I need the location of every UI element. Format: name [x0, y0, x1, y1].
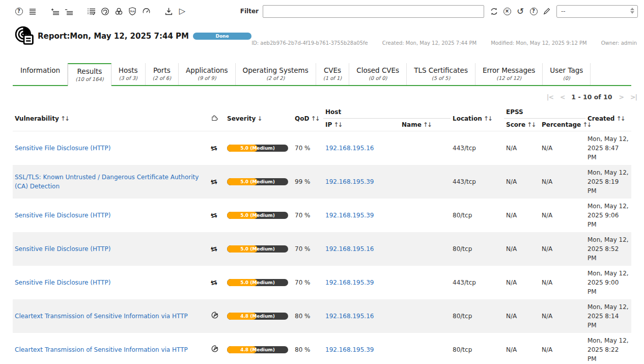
severity-cell: 4.8 (Medium): [225, 333, 293, 364]
location-cell: 443/tcp: [451, 165, 504, 199]
corresponding-vulnerabilities-icon[interactable]: [100, 7, 109, 16]
epss-percentage-cell: N/A: [540, 165, 585, 199]
severity-label: 5.0 (Medium): [227, 245, 288, 253]
vulnerability-link[interactable]: Cleartext Transmission of Sensitive Info…: [15, 346, 188, 353]
qod-cell: 80 %: [293, 333, 323, 364]
tab-hosts[interactable]: Hosts (3 of 3): [111, 63, 146, 86]
trigger-alert-icon[interactable]: ▷: [178, 7, 187, 16]
filter-input[interactable]: [263, 5, 484, 18]
header-epss-score[interactable]: Score↑↓: [504, 119, 540, 131]
severity-label: 5.0 (Medium): [227, 145, 288, 152]
header-vulnerability[interactable]: Vulnerability↑↓: [13, 106, 209, 131]
cves-biohazard-icon[interactable]: [114, 7, 123, 16]
header-host-name[interactable]: Name↑↓: [400, 119, 451, 131]
epss-score-cell: N/A: [504, 266, 540, 299]
tabs: Information Results (10 of 164) Hosts (3…: [13, 63, 631, 86]
download-report-icon[interactable]: [164, 7, 173, 16]
severity-cell: 5.0 (Medium): [225, 165, 293, 199]
header-epss-percentage[interactable]: Percentage↑↓: [540, 119, 585, 131]
add-to-assets-icon[interactable]: [50, 7, 60, 16]
vulnerability-cell: Sensitive File Disclosure (HTTP): [13, 232, 209, 266]
header-qod[interactable]: QoD↑↓: [293, 106, 323, 131]
delete-filter-icon[interactable]: ×: [502, 7, 512, 16]
edit-filter-icon[interactable]: [542, 7, 551, 16]
sort-icon: ↑↓: [527, 121, 535, 128]
tab-closed-cves[interactable]: Closed CVEs (0 of 0): [349, 63, 407, 86]
header-host-ip[interactable]: IP↑↓: [323, 119, 400, 131]
host-ip-link[interactable]: 192.168.195.16: [325, 313, 374, 320]
qod-cell: 70 %: [293, 232, 323, 266]
solution-type-cell: ⇆: [209, 199, 225, 232]
host-ip-link[interactable]: 192.168.195.39: [325, 279, 374, 286]
epss-percentage-cell: N/A: [540, 299, 585, 333]
result-row: SSL/TLS: Known Untrusted / Dangerous Cer…: [13, 165, 631, 199]
select-stepper-icon: [630, 8, 634, 14]
vulnerability-cell: Cleartext Transmission of Sensitive Info…: [13, 299, 209, 333]
tab-cves[interactable]: CVEs (1 of 1): [316, 63, 350, 86]
host-name-cell: [400, 131, 451, 165]
result-row: Sensitive File Disclosure (HTTP) ⇆ 5.0 (…: [13, 266, 631, 299]
result-row: Cleartext Transmission of Sensitive Info…: [13, 299, 631, 333]
first-page-button[interactable]: |<: [547, 93, 553, 101]
vulnerability-link[interactable]: Sensitive File Disclosure (HTTP): [15, 212, 110, 219]
host-name-cell: [400, 299, 451, 333]
tab-results[interactable]: Results (10 of 164): [68, 63, 111, 86]
vulnerability-link[interactable]: Sensitive File Disclosure (HTTP): [15, 245, 110, 253]
filter-preset-select[interactable]: --: [556, 5, 638, 18]
workaround-icon: ⇆: [209, 242, 219, 255]
tab-tls-certificates[interactable]: TLS Certificates (5 of 5): [407, 63, 475, 86]
epss-percentage-cell: N/A: [540, 232, 585, 266]
reset-filter-icon[interactable]: ↺: [516, 7, 525, 16]
tab-error-messages[interactable]: Error Messages (12 of 12): [475, 63, 543, 86]
tab-user-tags[interactable]: User Tags (0): [543, 63, 591, 86]
tab-ports[interactable]: Ports (2 of 6): [146, 63, 179, 86]
header-location[interactable]: Location↑↓: [451, 106, 504, 131]
header-solution-type[interactable]: [209, 106, 225, 131]
severity-cell: 5.0 (Medium): [225, 199, 293, 232]
header-severity[interactable]: Severity↓: [225, 106, 293, 131]
vulnerability-link[interactable]: SSL/TLS: Known Untrusted / Dangerous Cer…: [15, 174, 199, 190]
filter-help-icon[interactable]: ?: [529, 7, 538, 16]
reports-list-icon[interactable]: [28, 7, 37, 16]
tab-applications[interactable]: Applications (9 of 9): [179, 63, 235, 86]
epss-score-cell: N/A: [504, 131, 540, 165]
top-toolbar: ? TLS ▷ Filter: [0, 0, 644, 20]
sort-icon: ↑↓: [311, 115, 319, 122]
severity-label: 5.0 (Medium): [227, 279, 288, 286]
tab-operating-systems[interactable]: Operating Systems (2 of 2): [236, 63, 316, 86]
corresponding-results-icon[interactable]: [87, 7, 96, 16]
tls-certificates-icon[interactable]: TLS: [128, 7, 137, 16]
created-cell: Mon, May 12, 2025 9:00 PM: [585, 266, 631, 299]
vulnerability-link[interactable]: Sensitive File Disclosure (HTTP): [15, 145, 110, 152]
update-filter-icon[interactable]: [489, 7, 498, 16]
performance-icon[interactable]: [142, 7, 151, 16]
severity-bar: 4.8 (Medium): [227, 346, 288, 353]
header-created[interactable]: Created↑↓: [585, 106, 631, 131]
vulnerability-link[interactable]: Sensitive File Disclosure (HTTP): [15, 279, 110, 286]
remove-from-assets-icon[interactable]: [64, 7, 73, 16]
severity-cell: 4.8 (Medium): [225, 299, 293, 333]
prev-page-button[interactable]: <: [560, 93, 565, 101]
host-ip-link[interactable]: 192.168.195.16: [325, 245, 374, 253]
host-ip-link[interactable]: 192.168.195.39: [325, 178, 374, 185]
vulnerability-cell: Sensitive File Disclosure (HTTP): [13, 266, 209, 299]
page-range-label: 1 - 10 of 10: [571, 93, 612, 101]
vulnerability-link[interactable]: Cleartext Transmission of Sensitive Info…: [15, 313, 188, 320]
host-ip-link[interactable]: 192.168.195.39: [325, 346, 374, 353]
host-ip-link[interactable]: 192.168.195.39: [325, 212, 374, 219]
host-name-cell: [400, 333, 451, 364]
sort-desc-icon: ↓: [257, 115, 262, 122]
page-title: Report:Mon, May 12, 2025 7:44 PM: [38, 32, 189, 41]
host-name-cell: [400, 232, 451, 266]
vendorfix-icon: [211, 347, 219, 354]
tab-information[interactable]: Information: [13, 63, 68, 86]
help-icon[interactable]: ?: [14, 7, 23, 16]
meta-modified: Modified: Mon, May 12, 2025 9:12 PM: [491, 40, 587, 46]
last-page-button[interactable]: >|: [630, 93, 637, 101]
solution-type-cell: ⇆: [209, 333, 225, 364]
next-page-button[interactable]: >: [619, 93, 623, 101]
host-ip-link[interactable]: 192.168.195.16: [325, 145, 374, 152]
meta-owner: Owner: admin: [601, 40, 637, 46]
result-row: Sensitive File Disclosure (HTTP) ⇆ 5.0 (…: [13, 199, 631, 232]
result-row: Sensitive File Disclosure (HTTP) ⇆ 5.0 (…: [13, 232, 631, 266]
